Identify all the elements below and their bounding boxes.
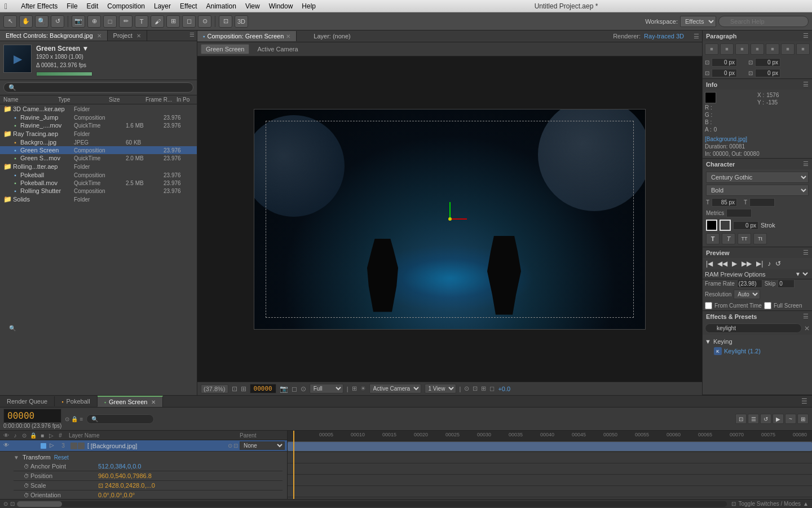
file-item[interactable]: ▪ Pokeball Composition 23.976 [0, 171, 197, 179]
preview-menu[interactable]: ☰ [803, 249, 809, 256]
toolbar-3d-toggle[interactable]: 3D [235, 15, 248, 28]
space-after-input[interactable] [755, 69, 780, 77]
view-layout-select[interactable]: 1 View [425, 384, 456, 393]
file-item[interactable]: ▪ Backgro...jpg JPEG 60 KB [0, 138, 197, 146]
menu-help[interactable]: Help [302, 2, 316, 10]
orient-stopwatch[interactable]: ⏱ [23, 491, 30, 499]
snap-icon[interactable]: ⊡ [473, 385, 478, 392]
layer-eye-icon[interactable]: 👁 [2, 442, 10, 450]
prop-value-position[interactable]: 960.0,540.0,7986.8 [98, 472, 152, 479]
tl-bottom-icon-1[interactable]: ⊙ [3, 501, 8, 507]
exposure-icon[interactable]: ☀ [360, 385, 366, 392]
smallcaps-btn[interactable]: Tt [753, 233, 767, 244]
paragraph-panel-header[interactable]: Paragraph ☰ [703, 30, 812, 41]
align-justify-right-btn[interactable]: ≡ [796, 43, 810, 55]
menu-view[interactable]: View [245, 2, 260, 10]
layer-icon-2[interactable]: ⊡ [233, 443, 238, 449]
layer-expand-icon[interactable]: ▷ [48, 442, 56, 450]
toolbar-zoom-tool[interactable]: 🔍 [35, 15, 48, 28]
tl-bottom-icon-2[interactable]: ⊡ [10, 501, 15, 507]
tl-btn-motion-blur[interactable]: ⊡ [735, 414, 747, 424]
bold-btn[interactable]: T [706, 233, 720, 244]
align-justify-center-btn[interactable]: ≡ [781, 43, 795, 55]
tab-project[interactable]: Project ✕ [108, 30, 147, 41]
toolbar-pan-tool[interactable]: ⊕ [87, 15, 101, 28]
color-swatch[interactable] [705, 92, 716, 103]
italic-btn[interactable]: T [722, 233, 735, 244]
tl-search-input[interactable] [86, 414, 154, 424]
tl-tab-renderqueue[interactable]: Render Queue [0, 396, 55, 406]
channels-icon[interactable]: ⊞ [352, 385, 357, 392]
tl-btn-render[interactable]: ▶ [773, 414, 784, 424]
menu-effect[interactable]: Effect [180, 2, 197, 10]
align-justify-left-btn[interactable]: ≡ [766, 43, 779, 55]
tl-icon-eye[interactable]: 👁 [2, 431, 10, 439]
indent-right-input[interactable] [755, 58, 780, 67]
tab-effect-controls[interactable]: Effect Controls: Background.jpg ✕ [0, 30, 108, 41]
indent-left-input[interactable] [712, 58, 737, 67]
layer-ind-1[interactable] [70, 443, 77, 449]
skip-input[interactable] [778, 279, 795, 288]
font-select[interactable]: Century Gothic [706, 172, 809, 183]
tl-btn-loop[interactable]: ↺ [760, 414, 771, 424]
file-item[interactable]: ▪ Green S...mov QuickTime 2.0 MB 23.976 [0, 154, 197, 162]
effects-search-input[interactable] [705, 323, 802, 333]
file-item[interactable]: 📁 3D Came...ker.aep Folder [0, 104, 197, 113]
menu-edit[interactable]: Edit [87, 2, 99, 10]
transform-reset-btn[interactable]: Reset [54, 454, 69, 461]
zoom-display[interactable]: (37.8%) [201, 384, 228, 393]
toolbar-text-tool[interactable]: T [135, 15, 148, 28]
align-left-btn[interactable]: ≡ [705, 43, 718, 55]
panel-menu-icon[interactable]: ☰ [187, 30, 197, 41]
layer-ind-2[interactable] [78, 443, 85, 449]
tl-tab-close[interactable]: ✕ [151, 399, 156, 405]
comp-viewer[interactable] [197, 56, 702, 382]
fill-color[interactable] [706, 220, 717, 231]
fit-icon[interactable]: ⊡ [232, 385, 237, 393]
prev-loop-btn[interactable]: ↺ [774, 260, 782, 268]
search-input[interactable] [718, 16, 809, 27]
comp-tab-greenscreen[interactable]: ▪ Composition: Green Screen ✕ [197, 31, 297, 41]
space-before-input[interactable] [712, 69, 737, 77]
layer-lock-icon[interactable] [31, 442, 39, 450]
toolbar-clone-tool[interactable]: ⊞ [166, 15, 180, 28]
track-bar-bg[interactable] [288, 442, 812, 451]
tl-icon-solo[interactable]: ⊙ [20, 431, 28, 439]
layer-row-background[interactable]: 👁 ▷ 3 [ [Background.jpg] ⊙ ⊡ None [0, 440, 287, 452]
color-mgmt-icon[interactable]: ⊙ [301, 385, 306, 393]
file-item[interactable]: 📁 Rolling...tter.aep Folder [0, 162, 197, 171]
file-item[interactable]: ▪ Rolling Shutter Composition 23.976 [0, 187, 197, 195]
close-project-tab-icon[interactable]: ✕ [136, 33, 141, 39]
effects-panel-header[interactable]: Effects & Presets ☰ [703, 311, 812, 322]
renderer-value[interactable]: Ray-traced 3D [644, 33, 684, 40]
file-item[interactable]: ▪ Ravine_Jump Composition 23.976 [0, 113, 197, 121]
file-item[interactable]: 📁 Ray Tracing.aep Folder [0, 129, 197, 138]
pos-stopwatch[interactable]: ⏱ [23, 472, 30, 480]
menu-animation[interactable]: Animation [206, 2, 236, 10]
tl-scroll-thumb[interactable] [17, 501, 62, 507]
motion-blur-icon[interactable]: ⊞ [481, 385, 486, 392]
frame-rate-input[interactable] [737, 279, 762, 288]
timecode-display[interactable]: 00000 [250, 384, 276, 393]
menu-composition[interactable]: Composition [107, 2, 145, 10]
prev-back-btn[interactable]: ◀◀ [716, 260, 729, 268]
toolbar-shape-tool[interactable]: □ [103, 15, 117, 28]
tl-bottom-icon-mountain[interactable]: ▲ [803, 501, 809, 507]
align-justify-btn[interactable]: ≡ [751, 43, 764, 55]
toolbar-snapping-toggle[interactable]: ⊡ [219, 15, 232, 28]
transparency-icon[interactable]: ◻ [292, 385, 297, 393]
tl-scrollbar[interactable] [17, 501, 727, 507]
prev-audio-btn[interactable]: ♪ [766, 260, 772, 268]
leading-input[interactable] [749, 198, 775, 207]
tl-ctrl-solo[interactable]: ⊙ [65, 416, 69, 422]
toolbar-hand-tool[interactable]: ✋ [19, 15, 33, 28]
prev-last-btn[interactable]: ▶| [755, 260, 764, 268]
effect-group-header[interactable]: ▼ Keying [705, 337, 810, 346]
file-item[interactable]: 📁 Solids Folder [0, 195, 197, 204]
tl-icon-color[interactable]: ■ [38, 431, 46, 439]
metrics-input[interactable] [726, 209, 752, 217]
font-size-input[interactable] [712, 198, 737, 207]
comp-tab-close[interactable]: ✕ [286, 33, 290, 40]
layer-tab[interactable]: Layer: (none) [308, 31, 356, 41]
tl-btn-graph[interactable]: ~ [785, 414, 796, 424]
